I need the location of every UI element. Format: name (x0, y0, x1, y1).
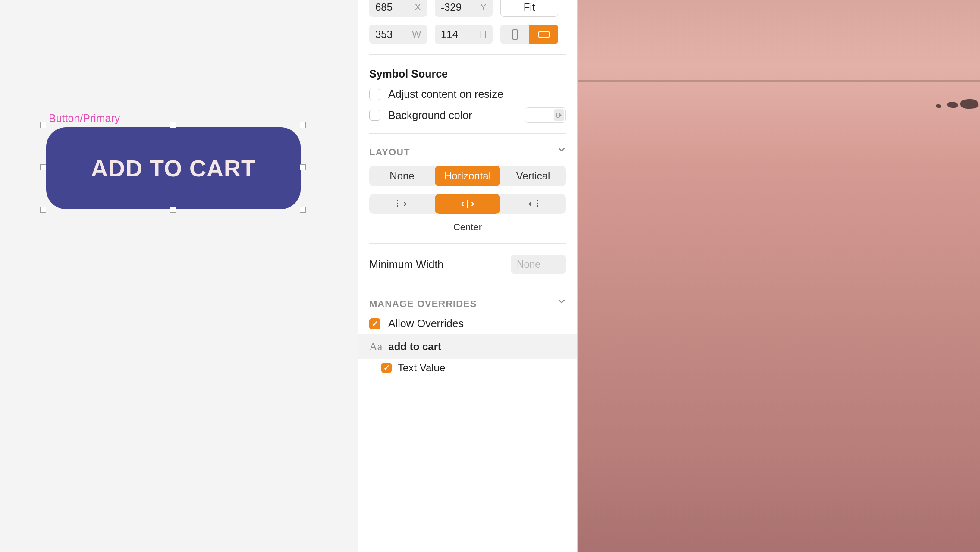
allow-overrides-checkbox[interactable] (369, 318, 380, 329)
background-color-label: Background color (388, 109, 472, 122)
wallpaper-rock (947, 102, 958, 108)
min-width-placeholder: None (517, 259, 540, 270)
w-label: W (412, 29, 421, 40)
layout-horizontal-button[interactable]: Horizontal (435, 166, 500, 186)
layout-section-title: LAYOUT (369, 147, 410, 158)
workspace: Button/Primary ADD TO CART 685 X -32 (0, 0, 980, 552)
resize-handle-top-right[interactable] (300, 122, 306, 128)
inspector-panel: 685 X -329 Y Fit 353 W 114 H (358, 0, 578, 552)
wallpaper-rock (960, 99, 978, 110)
h-label: H (480, 29, 487, 40)
color-popover-icon (554, 109, 564, 121)
artboard-name-label[interactable]: Button/Primary (49, 112, 120, 125)
layout-direction-segmented: None Horizontal Vertical (369, 166, 566, 186)
svg-rect-0 (557, 113, 559, 117)
wallpaper-rock (936, 104, 941, 108)
x-label: X (415, 2, 421, 13)
layout-align-left-button[interactable] (369, 194, 435, 214)
overrides-collapse-toggle[interactable] (557, 297, 566, 306)
resize-handle-middle-left[interactable] (40, 164, 46, 170)
fit-button[interactable]: Fit (500, 0, 558, 17)
landscape-icon (538, 31, 550, 38)
override-item-add-to-cart[interactable]: Aa add to cart (358, 334, 577, 359)
orientation-portrait-button[interactable] (500, 25, 529, 44)
adjust-content-checkbox[interactable] (369, 89, 380, 100)
portrait-icon (512, 29, 518, 40)
x-value: 685 (375, 1, 393, 13)
min-width-label: Minimum Width (369, 258, 443, 271)
orientation-toggle (500, 25, 558, 44)
resize-handle-bottom-right[interactable] (300, 207, 306, 213)
y-label: Y (480, 2, 487, 13)
w-value: 353 (375, 28, 393, 41)
override-text-value-checkbox[interactable] (381, 363, 392, 373)
overrides-section-title: MANAGE OVERRIDES (369, 298, 477, 310)
fit-label: Fit (524, 1, 535, 13)
width-input[interactable]: 353 W (369, 25, 427, 44)
symbol-source-title: Symbol Source (369, 68, 566, 80)
height-input[interactable]: 114 H (435, 25, 493, 44)
adjust-content-label: Adjust content on resize (388, 88, 503, 100)
min-width-input[interactable]: None (511, 255, 566, 274)
layout-none-button[interactable]: None (369, 166, 435, 186)
y-position-input[interactable]: -329 Y (435, 0, 493, 17)
layout-align-right-button[interactable] (500, 194, 566, 214)
override-item-label: add to cart (388, 341, 441, 353)
layout-align-center-button[interactable] (435, 194, 500, 214)
override-child-label: Text Value (398, 362, 445, 374)
background-color-swatch[interactable] (525, 107, 566, 123)
resize-handle-middle-right[interactable] (300, 164, 306, 170)
resize-handle-bottom-left[interactable] (40, 207, 46, 213)
design-canvas[interactable]: Button/Primary ADD TO CART (0, 0, 358, 552)
layout-vertical-button[interactable]: Vertical (500, 166, 566, 186)
x-position-input[interactable]: 685 X (369, 0, 427, 17)
text-layer-icon: Aa (369, 340, 382, 353)
desktop-wallpaper (578, 0, 980, 552)
layout-collapse-toggle[interactable] (557, 145, 566, 154)
layout-align-label: Center (369, 222, 566, 233)
override-child-text-value[interactable]: Text Value (369, 359, 566, 374)
background-color-checkbox[interactable] (369, 110, 380, 121)
resize-handle-top-left[interactable] (40, 122, 46, 128)
wallpaper-horizon (578, 80, 980, 82)
align-right-icon (527, 199, 540, 209)
h-value: 114 (441, 28, 458, 41)
resize-handle-top-middle[interactable] (170, 122, 176, 128)
align-center-icon (460, 199, 475, 209)
orientation-landscape-button[interactable] (529, 25, 558, 44)
resize-handle-bottom-middle[interactable] (170, 207, 176, 213)
selection-bounds[interactable] (43, 125, 303, 210)
y-value: -329 (441, 1, 462, 13)
align-left-icon (396, 199, 408, 209)
layout-align-segmented (369, 194, 566, 214)
allow-overrides-label: Allow Overrides (388, 317, 464, 330)
